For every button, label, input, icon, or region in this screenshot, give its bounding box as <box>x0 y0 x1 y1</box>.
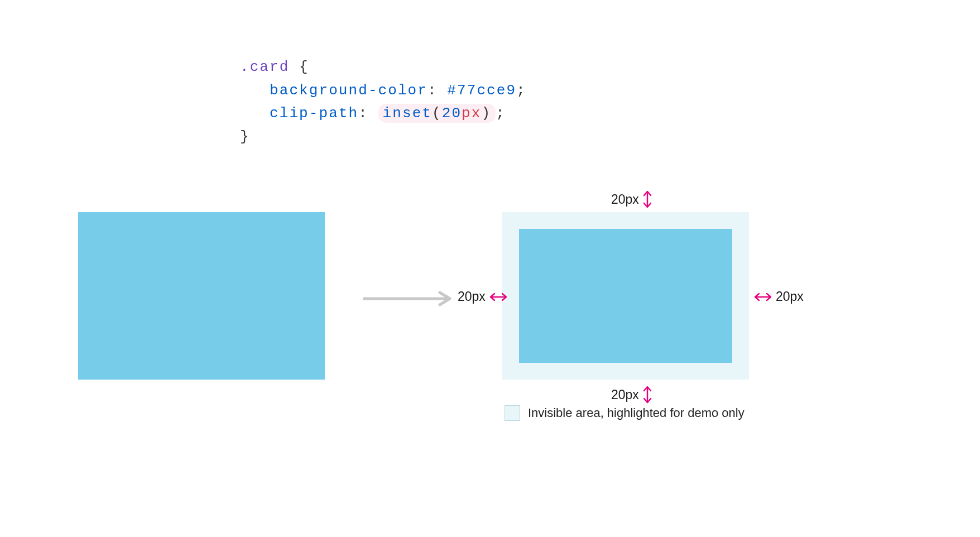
code-semi: ; <box>516 82 526 99</box>
code-unit: px <box>462 105 481 122</box>
code-highlight: inset(20px) <box>378 104 496 123</box>
code-semi: ; <box>496 105 506 122</box>
inset-right: 20px <box>753 289 804 304</box>
code-line-1: .card { <box>240 56 526 79</box>
code-colon: : <box>427 82 438 99</box>
code-rparen: ) <box>481 105 491 122</box>
legend-text: Invisible area, highlighted for demo onl… <box>528 406 744 420</box>
code-hex: #77cce9 <box>447 82 516 99</box>
code-prop-bg: background-color <box>270 82 427 99</box>
code-line-3: clip-path: inset(20px); <box>240 102 526 126</box>
card-after <box>502 212 749 380</box>
css-code-block: .card { background-color: #77cce9; clip-… <box>240 56 526 148</box>
code-open-brace: { <box>299 59 309 75</box>
legend: Invisible area, highlighted for demo onl… <box>505 405 744 421</box>
code-func: inset <box>383 105 432 122</box>
inset-top-value: 20px <box>611 192 639 207</box>
inset-bottom-value: 20px <box>611 387 639 402</box>
inset-bottom: 20px <box>611 385 652 404</box>
code-prop-clip: clip-path <box>270 105 358 122</box>
code-line-4: } <box>240 126 526 149</box>
double-arrow-horizontal-icon <box>753 292 772 302</box>
inset-left: 20px <box>458 289 508 304</box>
code-selector: .card <box>240 59 289 75</box>
inset-top: 20px <box>611 190 652 209</box>
double-arrow-vertical-icon <box>642 190 652 209</box>
code-lparen: ( <box>432 105 442 122</box>
code-close-brace: } <box>240 128 250 145</box>
double-arrow-horizontal-icon <box>489 292 508 302</box>
inset-left-value: 20px <box>458 289 486 304</box>
inset-right-value: 20px <box>776 289 804 304</box>
legend-swatch <box>505 405 520 421</box>
code-line-2: background-color: #77cce9; <box>240 79 526 103</box>
code-number: 20 <box>442 105 462 122</box>
visible-area <box>519 229 732 363</box>
card-before <box>78 212 325 380</box>
transform-arrow-icon <box>363 290 458 307</box>
code-colon: : <box>358 105 368 122</box>
double-arrow-vertical-icon <box>642 385 652 404</box>
